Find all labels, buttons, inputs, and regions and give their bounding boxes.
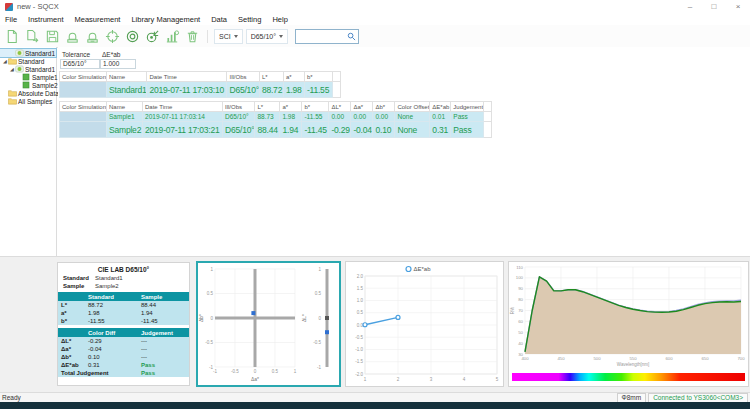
color-diff-chart-panel[interactable]: -1-1-0.5-0.5000.50.511Δa*Δb* -1-0.500.51… xyxy=(196,261,341,387)
column-header[interactable]: Δa* xyxy=(351,102,373,112)
svg-text:1: 1 xyxy=(364,377,367,382)
save-button[interactable] xyxy=(44,28,61,45)
svg-text:1: 1 xyxy=(210,267,213,272)
svg-text:-0.5: -0.5 xyxy=(231,369,239,374)
sample-measurement-button[interactable] xyxy=(144,28,161,45)
column-header[interactable]: Color Simulation xyxy=(60,102,107,112)
column-header[interactable]: Ill/Obs xyxy=(227,72,259,82)
tree-item-label: Standard xyxy=(18,58,44,65)
svg-text:5: 5 xyxy=(496,377,499,382)
standard-measurement-icon xyxy=(125,29,140,44)
sample-icon xyxy=(22,73,32,81)
table-cell: 0.00 xyxy=(329,112,351,122)
sidebar-item-sample2[interactable]: Sample2 xyxy=(0,81,56,89)
menu-data[interactable]: Data xyxy=(211,15,227,24)
cie-lab-panel[interactable]: CIE LAB D65/10° Standard Standard1 Sampl… xyxy=(57,262,190,386)
sci-mode-dropdown[interactable]: SCI xyxy=(214,29,243,44)
sidebar-item-standard[interactable]: ◢Standard xyxy=(0,57,56,65)
chevron-down-icon xyxy=(279,35,283,38)
import-document-button[interactable] xyxy=(24,28,41,45)
white-calibration-button[interactable] xyxy=(84,28,101,45)
minimize-icon[interactable]: – xyxy=(678,0,702,13)
search-icon[interactable] xyxy=(347,32,356,41)
column-header[interactable]: b* xyxy=(302,102,329,112)
cie-standard-label: Standard xyxy=(63,275,95,281)
column-header[interactable]: Ill/Obs xyxy=(223,102,255,112)
svg-text:-1.5: -1.5 xyxy=(355,359,363,364)
column-header[interactable]: ΔE*ab xyxy=(430,102,451,112)
menu-help[interactable]: Help xyxy=(272,15,287,24)
search-input[interactable] xyxy=(298,32,347,41)
trend-chart-panel[interactable]: ΔE*ab2.01.51.00.50.0-0.5-1.0-1.5-2.01234… xyxy=(345,261,504,387)
table-row[interactable]: Sample22019-07-11 17:03:21D65/10°88.441.… xyxy=(60,122,492,138)
column-header[interactable]: L* xyxy=(259,72,283,82)
import-document-icon xyxy=(25,29,40,44)
sidebar-item-absolute-data[interactable]: Absolute Data xyxy=(0,89,56,97)
menu-measurement[interactable]: Measurement xyxy=(75,15,121,24)
black-calibration-button[interactable] xyxy=(64,28,81,45)
close-icon[interactable]: × xyxy=(726,0,750,13)
column-header[interactable]: ΔL* xyxy=(329,102,351,112)
table-cell: Sample2 xyxy=(107,122,143,138)
sidebar-item-all-samples[interactable]: All Samples xyxy=(0,97,56,105)
column-header[interactable]: Judgement xyxy=(451,102,484,112)
column-header[interactable]: L* xyxy=(255,102,280,112)
table-cell: Pass xyxy=(451,122,484,138)
svg-text:700: 700 xyxy=(737,356,745,361)
column-header[interactable]: Name xyxy=(107,72,147,82)
svg-text:600: 600 xyxy=(665,356,673,361)
table-row[interactable]: Standard12019-07-11 17:03:10D65/10°88.72… xyxy=(60,82,341,98)
menu-instrument[interactable]: Instrument xyxy=(28,15,63,24)
svg-text:-0.5: -0.5 xyxy=(355,335,363,340)
sample-table: Color SimulationNameDate TimeIll/ObsL*a*… xyxy=(59,101,492,138)
delete-button[interactable] xyxy=(184,28,201,45)
status-ready-text: Ready xyxy=(2,394,21,401)
table-cell: 0.01 xyxy=(430,112,451,122)
new-document-button[interactable] xyxy=(4,28,21,45)
svg-text:-1.0: -1.0 xyxy=(355,347,363,352)
column-header[interactable]: Color Simulation xyxy=(60,72,107,82)
menu-file[interactable]: File xyxy=(5,15,17,24)
sidebar-item-standard1[interactable]: Standard1 xyxy=(0,49,56,57)
menu-library-management[interactable]: Library Management xyxy=(131,15,200,24)
table-row[interactable]: Sample12019-07-11 17:03:14D65/10°88.731.… xyxy=(60,112,492,122)
maximize-icon[interactable]: □ xyxy=(702,0,726,13)
svg-text:40: 40 xyxy=(518,341,523,346)
column-header[interactable]: Date Time xyxy=(147,72,227,82)
sidebar-item-standard1[interactable]: ◢Standard1 xyxy=(0,65,56,73)
cie-row: Δa*-0.04--- xyxy=(58,345,190,353)
sidebar-item-sample1[interactable]: Sample1 xyxy=(0,73,56,81)
column-header[interactable]: Date Time xyxy=(143,102,223,112)
spectral-chart-panel[interactable]: 3040506070809010011040045050055060065070… xyxy=(508,261,749,387)
svg-text:0: 0 xyxy=(254,369,257,374)
svg-text:4: 4 xyxy=(463,377,466,382)
cie-column-header: Sample xyxy=(138,292,190,301)
table-cell: -11.55 xyxy=(304,82,332,98)
statistics-button[interactable] xyxy=(164,28,181,45)
svg-text:110: 110 xyxy=(516,265,523,270)
cie-column-header xyxy=(58,292,85,301)
cie-column-header xyxy=(58,328,85,337)
column-header[interactable]: a* xyxy=(283,72,304,82)
target-measurement-button[interactable] xyxy=(104,28,121,45)
new-document-icon xyxy=(5,29,20,44)
table-cell: D65/10° xyxy=(227,82,259,98)
menu-setting[interactable]: Setting xyxy=(238,15,261,24)
column-header[interactable]: Name xyxy=(107,102,143,112)
column-header[interactable]: Color Offset xyxy=(395,102,430,112)
illuminant-observer-dropdown[interactable]: D65/10° xyxy=(246,29,288,44)
cie-cell: b* xyxy=(58,317,85,325)
table-cell: Standard1 xyxy=(107,82,147,98)
column-header[interactable]: b* xyxy=(304,72,332,82)
table-cell: 2019-07-11 17:03:14 xyxy=(143,112,223,122)
column-header[interactable]: a* xyxy=(280,102,302,112)
table-cell: D65/10° xyxy=(223,112,255,122)
column-header[interactable]: Δb* xyxy=(373,102,395,112)
table-cell xyxy=(60,122,107,138)
cie-standard-name: Standard1 xyxy=(95,275,123,281)
standard-measurement-button[interactable] xyxy=(124,28,141,45)
tolerance-illobs-cell[interactable]: D65/10° xyxy=(60,59,100,69)
svg-text:-0.5: -0.5 xyxy=(313,340,321,345)
cie-cell: --- xyxy=(138,353,190,361)
tolerance-value-input[interactable]: 1.000 xyxy=(100,59,136,69)
